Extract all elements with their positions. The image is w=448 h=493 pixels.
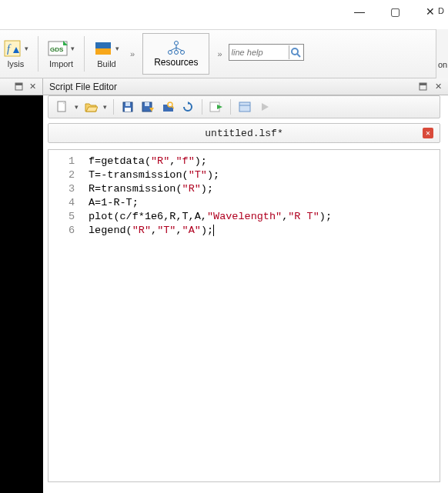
resources-icon [166, 40, 186, 57]
svg-point-8 [174, 51, 178, 55]
resources-button[interactable]: Resources [142, 33, 209, 75]
save-as-icon [141, 101, 155, 113]
analysis-button[interactable]: f ▾ lysis [3, 32, 35, 76]
dock-icon [15, 82, 23, 91]
ribbon-overflow-button[interactable]: » [125, 32, 139, 76]
svg-rect-21 [145, 102, 149, 106]
right-edge-fragment: D on [436, 29, 448, 78]
find-icon [162, 101, 174, 113]
svg-rect-15 [420, 83, 426, 85]
left-viewport-panel [0, 95, 43, 493]
line-number: 2 [52, 168, 75, 182]
svg-rect-5 [95, 42, 111, 48]
save-icon [122, 101, 134, 113]
line-gutter: 1 2 3 4 5 6 [48, 150, 82, 481]
close-tab-button[interactable]: ✕ [423, 128, 433, 138]
window-titlebar: — ▢ ✕ [0, 0, 448, 29]
separator [84, 36, 85, 72]
find-button[interactable] [160, 99, 176, 115]
line-number: 5 [52, 210, 75, 224]
code-content[interactable]: f=getdata("R","f"); T=-transmission("T")… [82, 150, 440, 481]
analysis-label: lysis [8, 59, 24, 68]
dropdown-arrow-icon[interactable]: ▾ [103, 103, 107, 111]
svg-rect-18 [125, 102, 130, 106]
line-number: 1 [52, 155, 75, 168]
svg-rect-4 [95, 48, 111, 55]
save-button[interactable] [120, 99, 135, 115]
line-number: 3 [52, 182, 75, 196]
separator [230, 99, 231, 115]
open-file-button[interactable] [83, 99, 99, 115]
folder-open-icon [84, 100, 98, 114]
save-as-button[interactable] [140, 99, 155, 115]
dropdown-arrow-icon[interactable]: ▾ [75, 103, 79, 111]
svg-rect-19 [125, 108, 131, 112]
new-file-button[interactable] [55, 99, 70, 115]
separator [202, 99, 202, 115]
help-search-box [229, 44, 304, 61]
help-search-input[interactable] [230, 48, 289, 57]
editor-toolbar: ▾ ▾ [48, 95, 440, 118]
window-controls: — ▢ ✕ [342, 0, 448, 23]
editor-dock-button[interactable] [417, 82, 428, 92]
svg-rect-25 [239, 102, 250, 112]
editor-title-text: Script File Editor [49, 82, 117, 92]
panel-header-strip: ✕ Script File Editor ✕ [0, 78, 448, 95]
line-number: 4 [52, 196, 75, 210]
import-button[interactable]: GDS ▾ Import [42, 32, 81, 76]
svg-line-11 [297, 54, 300, 57]
minimize-button[interactable]: — [342, 0, 377, 23]
play-icon [259, 102, 270, 112]
separator [38, 36, 38, 72]
refresh-icon [182, 101, 194, 113]
svg-point-10 [292, 48, 298, 55]
build-icon [94, 39, 112, 58]
separator [113, 99, 114, 115]
new-file-icon [55, 100, 69, 114]
analysis-icon: f [3, 39, 22, 58]
svg-point-9 [180, 51, 184, 55]
dock-icon [419, 82, 427, 91]
resources-label: Resources [154, 57, 198, 68]
build-button[interactable]: ▾ Build [88, 32, 125, 76]
edge-text-2: on [438, 60, 448, 69]
import-label: Import [49, 59, 73, 68]
ribbon-toolbar: f ▾ lysis GDS ▾ Import ▾ Build » Resourc… [0, 29, 448, 78]
svg-text:GDS: GDS [50, 46, 64, 53]
search-icon [290, 47, 301, 58]
edge-text-1: D [438, 6, 444, 15]
run-script-button[interactable] [209, 99, 224, 115]
run-disabled-button [257, 99, 272, 115]
layout-icon [239, 102, 251, 112]
build-label: Build [97, 59, 115, 68]
line-number: 6 [52, 224, 75, 238]
svg-rect-13 [15, 83, 22, 85]
filename-tab[interactable]: untitled.lsf* ✕ [48, 123, 440, 143]
code-editor[interactable]: 1 2 3 4 5 6 f=getdata("R","f"); T=-trans… [48, 149, 440, 482]
script-editor-panel: ▾ ▾ untitled.lsf* ✕ [48, 95, 440, 488]
maximize-button[interactable]: ▢ [377, 0, 413, 23]
close-panel-button[interactable]: ✕ [27, 82, 38, 92]
editor-close-button[interactable]: ✕ [433, 82, 443, 92]
filename-text: untitled.lsf* [205, 128, 283, 139]
dropdown-arrow-icon: ▾ [25, 45, 28, 52]
layout-button[interactable] [237, 99, 252, 115]
refresh-button[interactable] [180, 99, 196, 115]
dropdown-arrow-icon: ▾ [115, 45, 119, 52]
dropdown-arrow-icon: ▾ [71, 45, 75, 52]
editor-panel-title: Script File Editor ✕ [43, 78, 448, 95]
dock-button[interactable] [13, 82, 24, 92]
search-button[interactable] [289, 45, 303, 59]
import-gds-icon: GDS [48, 39, 68, 58]
svg-point-7 [168, 51, 172, 55]
ribbon-overflow-button-2[interactable]: » [212, 32, 226, 76]
run-icon [209, 101, 223, 113]
left-panel-controls: ✕ [0, 78, 43, 95]
text-cursor [213, 225, 214, 236]
svg-point-6 [174, 42, 178, 45]
